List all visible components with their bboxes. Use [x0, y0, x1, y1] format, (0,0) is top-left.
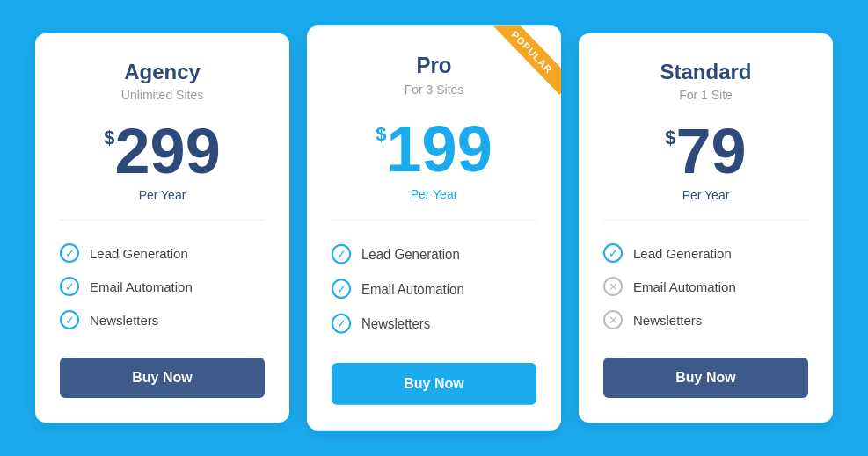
- price-block: $ 299: [104, 119, 220, 183]
- check-icon: ✓: [332, 279, 351, 299]
- feature-item: ✓ Lead Generation: [60, 236, 265, 270]
- check-icon: ✓: [60, 277, 79, 296]
- plan-name: Standard: [660, 60, 751, 84]
- feature-label: Email Automation: [361, 281, 464, 297]
- buy-now-button[interactable]: Buy Now: [332, 363, 536, 405]
- features-list: ✓ Lead Generation ✓ Email Automation ✓ N…: [332, 236, 536, 341]
- plan-subtitle: Unlimited Sites: [121, 88, 203, 102]
- divider: [603, 220, 808, 221]
- plan-name: Agency: [124, 60, 201, 84]
- feature-label: Lead Generation: [361, 246, 460, 262]
- feature-label: Email Automation: [90, 279, 193, 294]
- feature-item: ✕ Newsletters: [603, 303, 808, 337]
- price-dollar: $: [376, 122, 386, 146]
- plan-name: Pro: [416, 53, 451, 78]
- price-period: Per Year: [411, 186, 458, 201]
- feature-item: ✓ Email Automation: [60, 270, 265, 303]
- check-icon: ✓: [603, 243, 623, 263]
- price-amount: 79: [676, 119, 747, 183]
- price-block: $ 79: [665, 119, 746, 183]
- feature-label: Newsletters: [633, 313, 702, 328]
- check-icon: ✓: [332, 314, 351, 334]
- divider: [332, 220, 536, 221]
- feature-item: ✕ Email Automation: [603, 270, 808, 303]
- buy-now-button[interactable]: Buy Now: [603, 358, 808, 398]
- features-list: ✓ Lead Generation ✓ Email Automation ✓ N…: [60, 236, 265, 337]
- feature-label: Lead Generation: [90, 246, 188, 261]
- feature-item: ✓ Lead Generation: [332, 236, 536, 271]
- price-amount: 199: [387, 115, 492, 181]
- feature-label: Newsletters: [90, 313, 158, 328]
- pricing-card-agency: Agency Unlimited Sites $ 299 Per Year ✓ …: [35, 33, 289, 423]
- divider: [60, 220, 265, 221]
- popular-label: POPULAR: [491, 25, 561, 95]
- check-icon: ✓: [332, 244, 351, 264]
- price-block: $ 199: [376, 115, 492, 181]
- plan-subtitle: For 1 Site: [679, 88, 733, 102]
- check-icon: ✓: [60, 243, 79, 263]
- plan-subtitle: For 3 Sites: [405, 83, 464, 98]
- price-period: Per Year: [682, 188, 730, 202]
- feature-item: ✓ Newsletters: [332, 306, 536, 341]
- check-icon: ✓: [60, 310, 79, 329]
- pricing-card-pro: POPULAR Pro For 3 Sites $ 199 Per Year ✓…: [307, 25, 561, 431]
- price-amount: 299: [115, 119, 221, 183]
- features-list: ✓ Lead Generation ✕ Email Automation ✕ N…: [603, 236, 808, 337]
- pricing-card-standard: Standard For 1 Site $ 79 Per Year ✓ Lead…: [579, 33, 833, 423]
- feature-item: ✓ Newsletters: [60, 303, 265, 337]
- pricing-wrapper: Agency Unlimited Sites $ 299 Per Year ✓ …: [35, 33, 833, 423]
- cross-icon: ✕: [603, 310, 623, 329]
- feature-label: Newsletters: [361, 315, 430, 331]
- popular-ribbon: POPULAR: [482, 25, 561, 108]
- price-dollar: $: [665, 127, 675, 149]
- buy-now-button[interactable]: Buy Now: [60, 358, 265, 398]
- price-period: Per Year: [139, 188, 186, 202]
- cross-icon: ✕: [603, 277, 623, 296]
- feature-label: Email Automation: [633, 279, 736, 294]
- feature-item: ✓ Lead Generation: [603, 236, 808, 270]
- feature-label: Lead Generation: [633, 246, 732, 261]
- feature-item: ✓ Email Automation: [332, 271, 536, 307]
- price-dollar: $: [104, 127, 114, 149]
